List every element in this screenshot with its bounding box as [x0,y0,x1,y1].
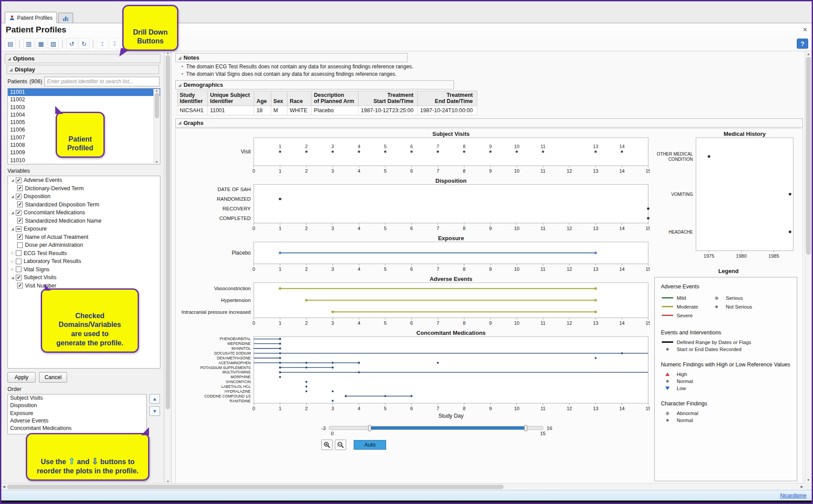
scroll-up-icon[interactable]: ▲ [807,52,810,56]
checkbox-checked[interactable] [17,283,23,288]
close-icon[interactable]: × [803,25,807,34]
slider-handle-low[interactable] [368,425,371,431]
move-down-icon[interactable]: ▼ [149,406,160,416]
checkbox-checked[interactable] [17,185,23,191]
variable-row[interactable]: Dose per Administration [8,241,160,249]
layout-windows-icon[interactable]: ▦ [36,38,46,49]
auto-scale-button[interactable]: Auto [354,440,386,450]
scrollbar-thumb[interactable] [166,55,170,409]
order-list-item[interactable]: Exposure [8,410,146,417]
scroll-up-icon[interactable]: ▲ [155,89,158,92]
scroll-down-icon[interactable]: ▼ [155,160,158,163]
options-section-header[interactable]: ◢ Options [5,54,160,63]
scroll-right-icon[interactable]: ▶ [801,485,803,489]
drill-down-icon[interactable]: ↧ [109,38,120,49]
adverse-events-canvas[interactable]: VasoconstrictionHypertensionIntracranial… [177,282,650,328]
tab-patient-profiles[interactable]: Patient Profiles [5,12,57,23]
data-table-icon[interactable]: ▧ [48,38,59,49]
expand-icon[interactable]: ▷ [9,267,16,271]
variable-row[interactable]: ◢Exposure [8,225,160,233]
display-section-header[interactable]: ◢ Display [7,65,159,74]
scrollbar-thumb[interactable] [7,485,504,489]
new-data-view-icon[interactable]: ▤ [5,38,16,49]
notes-section-header[interactable]: ◢ Notes [175,53,408,62]
slider-handle-high[interactable] [524,425,527,431]
expand-icon[interactable]: ▷ [9,259,16,263]
checkbox-checked[interactable] [16,194,21,199]
subject-visits-canvas[interactable]: Visit01234567891011121314151234567891011… [177,137,650,176]
collapse-icon[interactable]: ◢ [9,227,16,231]
checkbox-checked[interactable] [17,218,23,224]
order-list-item[interactable]: Disposition [8,402,146,409]
collapse-icon[interactable]: ◢ [178,83,181,87]
apply-button[interactable]: Apply [7,372,36,383]
drill-up-icon[interactable]: ↥ [97,38,108,49]
help-icon[interactable]: ? [797,39,808,49]
collapse-icon[interactable]: ◢ [9,67,13,72]
patient-list-item[interactable]: 11003 [8,104,160,111]
expand-icon[interactable]: ▷ [9,251,16,255]
order-list-item[interactable]: Adverse Events [8,417,146,425]
next-profile-icon[interactable]: ↻ [78,38,89,49]
disposition-canvas[interactable]: DATE OF SAHRANDOMIZEDRECOVERYCOMPLETED01… [177,184,650,233]
slider-track[interactable] [329,426,543,430]
variable-row[interactable]: Standardized Disposition Term [8,201,160,209]
order-list[interactable]: Subject VisitsDispositionExposureAdverse… [7,394,147,434]
previous-profile-icon[interactable]: ↺ [66,38,77,49]
checkbox-checked[interactable] [17,202,23,207]
checkbox-unchecked[interactable] [16,259,21,264]
graphs-section-header[interactable]: ◢ Graphs [175,118,803,128]
order-list-item[interactable]: Concomitant Medications [8,425,146,432]
variable-row[interactable]: ◢Concomitant Medications [8,209,160,217]
journal-icon[interactable]: ▥ [23,38,34,49]
study-link[interactable]: Nicardipine [780,493,806,499]
variable-row[interactable]: ◢Adverse Events [8,176,160,185]
move-up-icon[interactable]: ▲ [149,394,160,404]
scroll-up-icon[interactable]: ▲ [167,51,170,54]
checkbox-partial[interactable] [16,226,21,232]
scrollbar-thumb[interactable] [155,93,159,118]
checkbox-unchecked[interactable] [17,242,23,248]
variable-row[interactable]: ◢Disposition [8,192,160,201]
scrollbar-thumb[interactable] [806,57,811,255]
order-list-item[interactable]: Subject Visits [8,394,146,402]
zoom-in-icon[interactable] [321,440,333,450]
variable-row[interactable]: ▷Vital Signs [8,266,160,274]
checkbox-unchecked[interactable] [16,266,21,272]
collapse-icon[interactable]: ◢ [9,195,16,199]
demographics-section-header[interactable]: ◢ Demographics [175,80,454,89]
scroll-down-icon[interactable]: ▼ [167,480,170,483]
patient-list-scrollbar[interactable]: ▲ ▼ [153,89,160,163]
checkbox-checked[interactable] [17,234,23,240]
report-horizontal-scrollbar[interactable]: ◀ ▶ [1,483,805,490]
checkbox-checked[interactable] [16,177,21,183]
concomitant-medications-canvas[interactable]: PHENOBARBITALMEPERIDINEMANNITOLDOCUSATE … [177,336,650,422]
collapse-icon[interactable]: ◢ [9,178,16,182]
variable-row[interactable]: ◢Subject Visits [8,273,160,282]
tab-chart[interactable] [58,13,73,23]
patient-list-item[interactable]: 11002 [8,96,160,103]
collapse-icon[interactable]: ◢ [178,121,181,125]
collapse-icon[interactable]: ◢ [178,56,181,60]
variable-row[interactable]: Dictionary-Derived Term [8,185,160,193]
variable-row[interactable]: Standardized Medication Name [8,217,160,225]
patient-list-item[interactable]: 11010 [8,157,160,164]
checkbox-checked[interactable] [16,275,21,280]
collapse-icon[interactable]: ◢ [9,276,16,280]
variable-row[interactable]: ▷Laboratory Test Results [8,257,160,266]
variable-row[interactable]: Name of Actual Treatment [8,233,160,241]
scroll-left-icon[interactable]: ◀ [3,485,5,489]
variable-row[interactable]: ▷ECG Test Results [8,249,160,258]
patient-list-item[interactable]: 11001 [8,89,160,96]
cancel-button[interactable]: Cancel [39,372,67,383]
checkbox-unchecked[interactable] [16,250,21,256]
exposure-canvas[interactable]: Placebo0123456789101112131415 [177,241,650,274]
checkbox-checked[interactable] [16,210,21,216]
collapse-icon[interactable]: ◢ [9,211,16,215]
patient-search-input[interactable] [44,77,160,86]
scroll-down-icon[interactable]: ▼ [807,478,810,482]
options-panel-scrollbar[interactable]: ▲ ▼ [165,51,171,483]
collapse-icon[interactable]: ◢ [7,57,11,61]
report-vertical-scrollbar[interactable]: ▲ ▼ [805,51,812,483]
medical-history-canvas[interactable]: OTHER MEDICALCONDITIONVOMITINGHEADACHE19… [654,137,799,261]
